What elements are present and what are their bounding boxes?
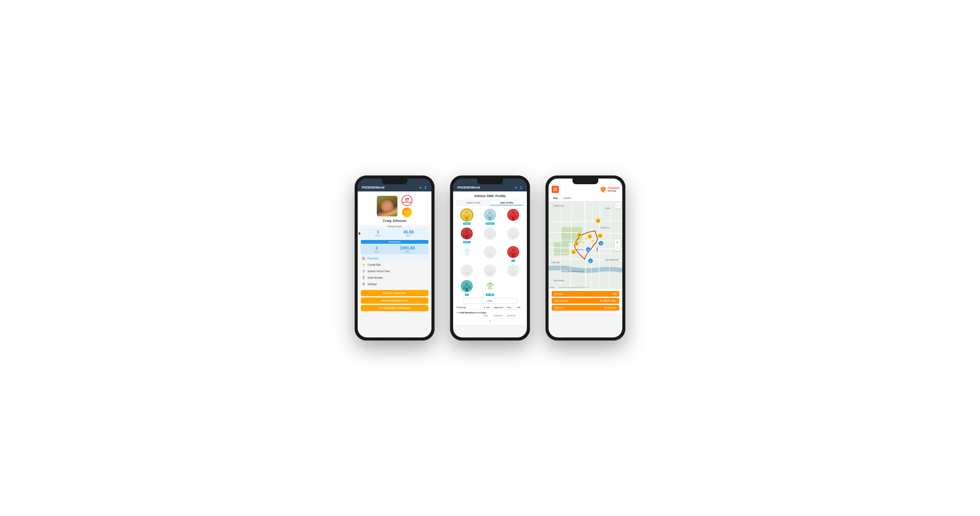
svg-point-42 [465,267,469,271]
phoenix-runs-miles: 45.88 Miles [403,230,414,237]
menu-icon[interactable]: ≡ [420,186,422,190]
phoenix-runs-value: 3 [375,230,380,234]
phoenix-running-events-button[interactable]: Phoenix Running Events [361,298,428,304]
row-agg-finish: 018:59:24 [493,314,507,317]
phoenix-runs-label: Phoenix Runs [361,225,428,228]
phone-2-notch [477,178,503,184]
zoom-in-button[interactable]: + [614,239,620,245]
phoenix-logo-text-block: PHOENIX Running [608,187,619,192]
map-tab-map[interactable]: Map [552,196,559,200]
hamburger-line-2 [554,189,557,190]
shirt-pink-img: 👕 [483,279,497,293]
shirt-pink: 👕 M : 460 [479,279,501,296]
phone-1-app-title: PHOENIXWorld [362,186,385,190]
tab-gmc-profile[interactable]: GMC Profile [490,200,523,205]
map-view[interactable]: MAIDA VALE SOHO COVENT G. CHELSEA WESTMI… [549,201,622,289]
svg-point-47 [488,267,492,271]
nav-settings[interactable]: ⚙ Settings [361,281,428,287]
svg-point-52 [511,267,515,271]
medal-1: GMC H M V [456,208,477,225]
nav-crystal-ball[interactable]: ⭐ Crystal Ball [361,262,428,268]
svg-point-7 [488,211,492,215]
svg-point-15 [511,217,515,220]
medal-teal-h-tag: H [465,294,468,296]
badge-container: 100 HALFMARATHONS PHOENIXCLUB [401,195,412,217]
col-challenge: Challenge [456,306,483,309]
medal-11-img [483,264,497,277]
svg-point-55 [511,272,515,276]
global-marathon-challenges-button[interactable]: Global Marathon Challenges [361,305,428,311]
map-tab-satellite[interactable]: Satellite [562,196,573,200]
shirt-faded: 👕 [456,245,477,262]
svg-text:17: 17 [589,236,591,238]
filter-button[interactable]: - Filter - [463,298,517,304]
phone-3-notch [573,178,598,184]
medal-5 [479,227,501,243]
medal-1-tag: H M V [463,222,470,225]
zoom-out-button[interactable]: − [614,245,620,251]
total-time-stat: Total time 20:08:43:57 [552,305,619,311]
medal-2-tag: H M U V [485,222,495,225]
tab-athlete-profile[interactable]: Athlete Profile [457,200,490,205]
overview-label: Overview [368,257,378,260]
row-challenge-title: 5 Half Marathons in 5 Days [458,311,487,314]
virtual-runs-tab[interactable]: Virtual Runs [361,240,428,244]
svg-text:8: 8 [590,260,591,263]
nav-gold-number[interactable]: 🏅 Gold Number [361,275,428,280]
svg-point-32 [488,248,492,252]
phone2-user-icon[interactable]: 👤 [519,186,523,190]
row-expand-icon[interactable]: ▾ [456,311,458,314]
medal-8-img [483,245,497,259]
row-data: 2020 018:59:24 03:59:52 [456,314,524,317]
expand-map-button[interactable]: ⛶ [615,203,621,209]
gold-number-icon: 🏅 [362,276,366,279]
nav-submit-virtual[interactable]: ⏱ Submit Virtual Time [361,268,428,274]
badge-100-sub: HALFMARATHONS [403,201,411,203]
virtual-miles-value: 1091.88 [400,246,415,250]
total-time-value: 20:08:43:57 [604,306,617,309]
total-time-label: Total time [554,306,564,309]
svg-text:COVENT G.: COVENT G. [600,227,610,229]
nav-overview[interactable]: 🏠 Overview [361,255,428,261]
virtual-runs-section: Virtual Runs 3 Runs 1091.88 Miles [358,240,431,255]
settings-icon: ⚙ [362,282,366,286]
phoenix-virtual-runs-button[interactable]: Phoenix Virtual Runs [361,290,428,296]
shirt-faded-img: 👕 [460,245,474,259]
virtual-miles-sub: Miles [400,250,415,253]
tab-indicator [359,232,361,235]
virtual-runs-box[interactable]: 3 Runs 1091.88 Miles [361,244,428,255]
svg-text:19: 19 [579,234,581,236]
phoenix-runs-section: Phoenix Runs 3 Runs 45.88 Miles [358,225,431,238]
phoenix-runs-count: 3 Runs [375,230,380,237]
medal-4: H M V [456,227,477,243]
map-svg: MAIDA VALE SOHO COVENT G. CHELSEA WESTMI… [549,201,622,289]
svg-text:11: 11 [573,251,575,253]
scene: PHOENIXWorld ≡ 👤 100 HALFMARATH [339,160,641,356]
runners-stat: Runners 121 [552,291,619,297]
svg-point-57 [465,282,469,286]
svg-point-35 [488,253,492,257]
map-controls: Map Satellite [549,195,622,201]
svg-text:★: ★ [582,241,585,245]
medal-3-img [506,208,520,221]
gold-number-label: Gold Number [368,276,383,279]
phoenix-runs-box[interactable]: 3 Runs 45.88 Miles [361,228,428,238]
svg-point-37 [511,248,515,252]
phone2-menu-icon[interactable]: ≡ [515,186,517,190]
svg-point-17 [465,230,469,234]
phone-1: PHOENIXWorld ≡ 👤 100 HALFMARATH [355,175,434,341]
svg-text:8: 8 [600,242,602,245]
user-icon[interactable]: 👤 [423,186,427,190]
medal-12 [503,264,524,277]
hamburger-button[interactable] [552,186,559,193]
row-avg: 03:59:52 [507,314,517,317]
nav-menu: 🏠 Overview ⭐ Crystal Ball ⏱ Submit Virtu… [358,255,431,288]
virtual-runs-sub: Runs [374,250,379,253]
medal-2-img [483,208,497,221]
svg-text:★: ★ [591,239,594,243]
user-avatar [377,196,398,217]
svg-text:WESTMINSTER: WESTMINSTER [605,259,619,261]
phone-2-header-icons: ≡ 👤 [515,186,523,190]
svg-point-4 [465,217,469,220]
overview-icon: 🏠 [362,256,366,260]
